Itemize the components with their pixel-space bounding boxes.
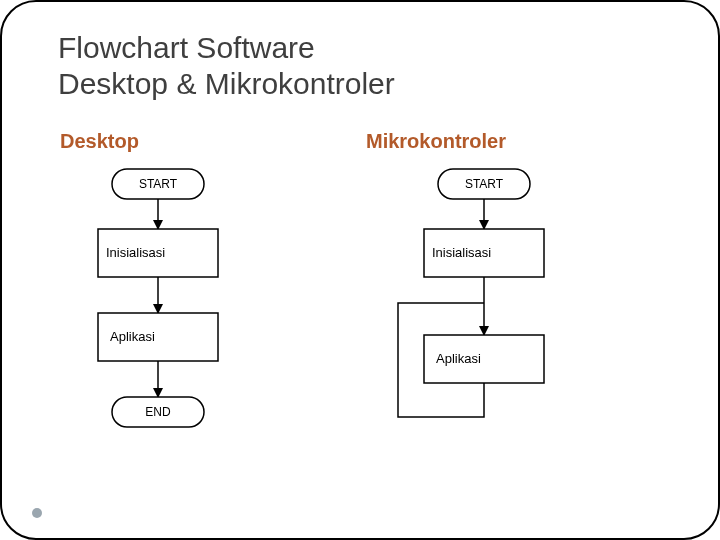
node-init: Inisialisasi (98, 229, 218, 277)
label-app: Aplikasi (436, 351, 481, 366)
node-start: START (438, 169, 530, 199)
flowchart-desktop: START Inisialisasi Aplikasi (58, 163, 288, 493)
node-app: Aplikasi (424, 335, 544, 383)
title-line-1: Flowchart Software (58, 31, 315, 64)
label-start: START (465, 177, 504, 191)
node-app: Aplikasi (98, 313, 218, 361)
label-app: Aplikasi (110, 329, 155, 344)
slide-frame: Flowchart Software Desktop & Mikrokontro… (0, 0, 720, 540)
title-line-2: Desktop & Mikrokontroler (58, 67, 395, 100)
node-start: START (112, 169, 204, 199)
slide-title: Flowchart Software Desktop & Mikrokontro… (58, 30, 670, 102)
heading-desktop: Desktop (60, 130, 364, 153)
decorative-dot-icon (32, 508, 42, 518)
label-init: Inisialisasi (432, 245, 491, 260)
node-end: END (112, 397, 204, 427)
label-init: Inisialisasi (106, 245, 165, 260)
columns: Desktop START Inisialisasi (58, 130, 670, 493)
heading-mikro: Mikrokontroler (366, 130, 670, 153)
column-desktop: Desktop START Inisialisasi (58, 130, 364, 493)
node-init: Inisialisasi (424, 229, 544, 277)
label-start: START (139, 177, 178, 191)
flowchart-mikro: START Inisialisasi Aplikasi (364, 163, 624, 493)
column-mikro: Mikrokontroler START Inisialisasi (364, 130, 670, 493)
label-end: END (145, 405, 171, 419)
